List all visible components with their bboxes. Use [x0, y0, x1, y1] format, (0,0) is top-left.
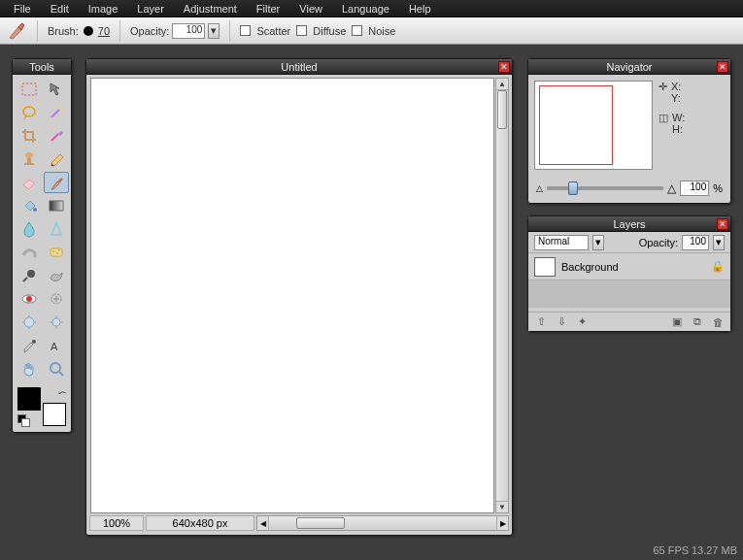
lock-icon[interactable]: 🔒: [711, 260, 725, 273]
menu-edit[interactable]: Edit: [41, 1, 79, 16]
layers-footer: ⇧ ⇩ ✦ ▣ ⧉ 🗑: [528, 312, 730, 331]
opacity-input[interactable]: 100: [172, 23, 205, 39]
svg-point-19: [24, 317, 34, 327]
menu-bar: File Edit Image Layer Adjustment Filter …: [0, 0, 743, 17]
scroll-down-icon[interactable]: ▼: [496, 501, 508, 512]
vscroll-thumb[interactable]: [497, 90, 507, 129]
wand-tool[interactable]: [44, 102, 69, 123]
menu-help[interactable]: Help: [399, 1, 441, 16]
brush-size-value[interactable]: 70: [98, 25, 110, 37]
svg-point-1: [23, 107, 35, 116]
layer-name[interactable]: Background: [561, 261, 619, 273]
marquee-tool[interactable]: [17, 79, 42, 100]
vertical-scrollbar[interactable]: ▲ ▼: [495, 78, 509, 513]
document-title-bar[interactable]: Untitled ✕: [86, 59, 512, 75]
menu-view[interactable]: View: [289, 1, 332, 16]
navigator-title[interactable]: Navigator ✕: [528, 59, 730, 75]
svg-point-23: [51, 363, 60, 373]
scroll-up-icon[interactable]: ▲: [496, 79, 508, 90]
canvas[interactable]: [90, 78, 494, 513]
sharpen-tool[interactable]: [44, 218, 69, 240]
zoom-input[interactable]: 100: [680, 181, 709, 196]
redeye-tool[interactable]: [17, 288, 42, 310]
navigator-preview[interactable]: [534, 81, 653, 170]
layer-opacity-input[interactable]: 100: [682, 235, 709, 250]
eyedropper-tool[interactable]: [17, 335, 42, 356]
diffuse-label: Diffuse: [313, 25, 346, 37]
zoom-slider-track[interactable]: [547, 186, 663, 190]
zoom-tool[interactable]: [44, 358, 69, 379]
zoom-display[interactable]: 100%: [89, 515, 144, 531]
menu-image[interactable]: Image: [79, 1, 128, 16]
bloat-tool[interactable]: [17, 312, 42, 333]
sponge-tool[interactable]: [44, 242, 69, 263]
blend-mode-dropdown[interactable]: ▾: [592, 235, 604, 250]
layer-up-icon[interactable]: ⇧: [532, 314, 550, 330]
stamp-tool[interactable]: [17, 148, 42, 170]
layer-row[interactable]: Background 🔒: [528, 253, 730, 280]
diffuse-checkbox[interactable]: Diffuse: [296, 25, 346, 37]
eraser-tool[interactable]: [17, 172, 42, 193]
svg-text:A: A: [51, 341, 58, 352]
horizontal-scrollbar[interactable]: ◀ ▶: [256, 515, 509, 531]
zoom-in-icon[interactable]: △: [667, 181, 676, 195]
noise-checkbox[interactable]: Noise: [352, 25, 395, 37]
gradient-tool[interactable]: [44, 195, 69, 216]
close-icon[interactable]: ✕: [717, 61, 728, 73]
brush-tool[interactable]: [44, 172, 69, 193]
layer-thumbnail[interactable]: [534, 257, 556, 277]
dodge-tool[interactable]: [17, 265, 42, 286]
layer-opacity-dropdown[interactable]: ▾: [713, 235, 725, 250]
brush-size-field: Brush: 70: [48, 25, 110, 37]
svg-point-8: [25, 152, 33, 158]
blend-mode-select[interactable]: Normal: [534, 235, 589, 250]
burn-tool[interactable]: [44, 265, 69, 286]
zoom-slider-knob[interactable]: [568, 181, 578, 195]
opacity-field: Opacity: 100 ▾: [130, 23, 220, 39]
pencil-tool[interactable]: [44, 148, 69, 170]
lasso-tool[interactable]: [17, 102, 42, 123]
background-swatch[interactable]: [43, 403, 66, 426]
hscroll-thumb[interactable]: [296, 517, 345, 529]
smudge-tool[interactable]: [17, 242, 42, 263]
type-tool[interactable]: A: [44, 335, 69, 356]
scroll-right-icon[interactable]: ▶: [496, 516, 508, 530]
navigator-zoom-slider: △ △ 100 %: [536, 180, 723, 197]
fill-tool[interactable]: [17, 195, 42, 216]
hand-tool[interactable]: [17, 358, 42, 379]
navigator-viewport-box[interactable]: [539, 85, 613, 165]
close-icon[interactable]: ✕: [717, 218, 728, 230]
opacity-dropdown[interactable]: ▾: [208, 23, 220, 39]
delete-layer-icon[interactable]: 🗑: [709, 314, 726, 330]
layer-down-icon[interactable]: ⇩: [553, 314, 570, 330]
brush-label: Brush:: [48, 25, 79, 37]
close-icon[interactable]: ✕: [498, 61, 510, 73]
svg-rect-0: [22, 83, 36, 95]
svg-rect-10: [50, 201, 63, 211]
layers-title[interactable]: Layers ✕: [528, 216, 730, 232]
zoom-out-icon[interactable]: △: [536, 183, 543, 193]
menu-adjustment[interactable]: Adjustment: [174, 1, 247, 16]
swap-colors-icon[interactable]: ⤺: [58, 387, 66, 398]
new-layer-icon[interactable]: ▣: [668, 314, 686, 330]
layer-styles-icon[interactable]: ✦: [573, 314, 591, 330]
scroll-left-icon[interactable]: ◀: [257, 516, 269, 530]
brush-icon: [6, 20, 27, 42]
crop-tool[interactable]: [17, 125, 42, 147]
move-tool[interactable]: [44, 79, 69, 100]
nav-w-label: W:: [672, 112, 685, 123]
menu-language[interactable]: Language: [332, 1, 399, 16]
color-replace-tool[interactable]: [44, 125, 69, 147]
blur-tool[interactable]: [17, 218, 42, 240]
foreground-swatch[interactable]: [17, 387, 41, 411]
duplicate-layer-icon[interactable]: ⧉: [689, 314, 706, 330]
pinch-tool[interactable]: [44, 312, 69, 333]
menu-filter[interactable]: Filter: [247, 1, 289, 16]
scatter-checkbox[interactable]: Scatter: [240, 25, 290, 37]
document-window: Untitled ✕ ▲ ▼ 100% 640x480 px ◀ ▶: [85, 58, 513, 536]
menu-layer[interactable]: Layer: [127, 1, 174, 16]
menu-file[interactable]: File: [4, 1, 41, 16]
dimensions-icon: ◫: [659, 112, 668, 124]
spot-heal-tool[interactable]: [44, 288, 69, 310]
default-colors-icon[interactable]: [17, 414, 29, 426]
